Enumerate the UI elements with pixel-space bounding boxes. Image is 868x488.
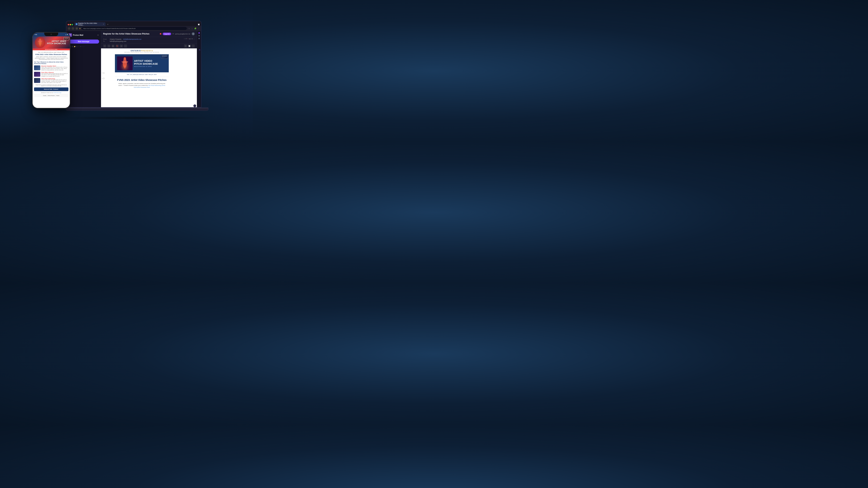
- maximize-control[interactable]: [71, 24, 73, 25]
- op-subtitle: ONTARIO PERFORMING ARTS PRESENTING NETWO…: [116, 52, 167, 53]
- ontario-badge: ONTARIO Presents: [64, 37, 69, 40]
- nav-refresh-btn[interactable]: ↺: [75, 27, 78, 30]
- email-to-row: To hello@sydneyyang.com: [103, 40, 142, 42]
- browser-controls-right: ☆ ↓ 🧩 ⋮: [188, 27, 199, 30]
- active-tab[interactable]: Register for the Artist Video Showc... ✕: [74, 22, 105, 26]
- email-meta-from-to: From Ontario Presents <info@ontarioprese…: [103, 38, 142, 42]
- nav-trash-icon[interactable]: 🗑: [72, 46, 73, 47]
- proton-header: P Proton Mail ⊞: [66, 32, 101, 38]
- nav-archive-icon[interactable]: 📁: [74, 46, 75, 47]
- more-actions-btn[interactable]: ⋯: [124, 44, 127, 47]
- new-message-button[interactable]: New message: [68, 39, 99, 43]
- op-logo: ONTARIOPRESENTS: [116, 50, 167, 52]
- phone-notch: [44, 33, 58, 36]
- download-icon[interactable]: ↓: [191, 27, 193, 30]
- phone-banner-text-area: ARTIST VIDEO PITCH SHOWCASE: [47, 40, 67, 45]
- url-bar[interactable]: https://us4.campaign-archive.com/?u=80aa…: [82, 27, 187, 30]
- gear-icon[interactable]: ⚙: [173, 33, 174, 35]
- panel-dot-1[interactable]: [198, 32, 200, 34]
- nav-back-btn[interactable]: ←: [68, 27, 70, 30]
- footer-ontario-logo: Ontario: [56, 95, 59, 96]
- op-banner: ONTARIO Presents Series ARTIST VIDEO PIT…: [115, 54, 169, 72]
- phone-reg-badge: REGISTRATION IS OPEN: [33, 48, 70, 50]
- upgrade-button[interactable]: Upgrade: [163, 33, 171, 35]
- phone-registration-note: Registration on Zoom is required for thi…: [34, 84, 68, 87]
- email-meta-top: From Ontario Presents <info@ontarioprese…: [103, 38, 195, 42]
- op-event-desc: Artists, agents, presenters, and arts wo…: [115, 83, 169, 90]
- nav-forward-btn[interactable]: →: [71, 27, 74, 30]
- from-email[interactable]: <info@ontariopresents.ca>: [123, 38, 142, 40]
- collapse-left[interactable]: + ◯: [102, 72, 104, 74]
- browser-window-controls-right: ⬜: [198, 24, 199, 25]
- signal-icons: ▲ ▮: [65, 34, 68, 35]
- phone-reason-desc-3: Connect with artists and agents after ea…: [41, 79, 68, 83]
- notification-dot: [160, 33, 161, 35]
- tab-close-btn[interactable]: ✕: [103, 24, 104, 25]
- alert-icon[interactable]: !: [188, 38, 188, 39]
- email-date-area: ☆ 🏷 ! Apr 10 ⌄: [184, 38, 195, 39]
- new-tab-btn[interactable]: +: [106, 23, 110, 26]
- filter-btn[interactable]: ⊡: [120, 44, 123, 47]
- phone-reason-text-2: Never Miss a Moment Each showcase will b…: [41, 72, 68, 77]
- nav-prev-icon[interactable]: ↑: [82, 46, 83, 47]
- series-badge-label: Series: [162, 58, 167, 58]
- bookmark-icon[interactable]: ☆: [188, 27, 190, 30]
- email-toolbar: ↩ ↪ 🗑 🚫 ⊡ ⋯ ⎙ ⬜ ↓: [101, 44, 197, 48]
- menu-icon[interactable]: ⋮: [197, 27, 199, 30]
- phone-event-desc: Artists, agents, presenters, and arts wo…: [34, 56, 68, 60]
- grid-icon[interactable]: ⊞: [97, 34, 99, 36]
- reply-btn[interactable]: ↩: [103, 44, 106, 47]
- nav-more-icon[interactable]: ⋯: [78, 46, 80, 47]
- user-avatar[interactable]: S: [192, 32, 195, 35]
- minimize-control[interactable]: [70, 24, 71, 25]
- forward-btn[interactable]: ↪: [107, 44, 111, 47]
- lock-icon: 🔒: [79, 28, 81, 29]
- op-event-title: FVNS 2023: Artist Video Showcase Pitches: [115, 77, 169, 83]
- window-controls: [68, 24, 73, 25]
- download-eml-btn[interactable]: ↓: [192, 44, 195, 47]
- laptop-device: Register for the Artist Video Showc... ✕…: [66, 21, 208, 118]
- phone-camera: [51, 34, 52, 35]
- star-icon[interactable]: ☆: [184, 38, 185, 39]
- extensions-icon[interactable]: 🧩: [194, 27, 196, 30]
- tag-icon[interactable]: 🏷: [186, 38, 187, 39]
- op-banner-subtitle: REGISTRATION IS OPEN: [134, 66, 158, 67]
- from-name: Ontario Presents: [110, 38, 122, 40]
- collapse-left-2[interactable]: + ◯: [102, 77, 104, 79]
- scroll-right-btn[interactable]: ›: [193, 104, 196, 107]
- phone-faq-link[interactable]: FVNS FAQ Page!: [53, 92, 61, 93]
- block-btn[interactable]: 🚫: [116, 44, 119, 47]
- panel-dot-3[interactable]: [198, 38, 200, 39]
- close-control[interactable]: [68, 24, 69, 25]
- phone-reason-text-1: Discover Canadian Talent Watch video sho…: [41, 65, 68, 71]
- phone-reason-text-3: After-Hours Networking Connect with arti…: [41, 78, 68, 83]
- browser-expand-icon[interactable]: ⬜: [198, 24, 199, 25]
- email-client: P Proton Mail ⊞ New message ← ↺: [66, 31, 201, 107]
- phone-register-button[interactable]: REGISTER TODAY: [34, 88, 68, 91]
- op-dancer-img: [117, 56, 133, 70]
- phone-reason-img-1: [34, 65, 40, 70]
- print-btn[interactable]: ⎙: [184, 44, 187, 47]
- footer-ontario-presents-logo: Ontario Presents: [48, 95, 55, 96]
- security-indicator: 🔒: [79, 28, 81, 29]
- laptop-base: [66, 107, 208, 111]
- expand-meta-icon[interactable]: ⌄: [193, 38, 195, 39]
- delete-btn[interactable]: 🗑: [112, 44, 115, 47]
- phone-device: 9:41 ▲ ▮: [32, 32, 70, 108]
- laptop-shadow: [62, 116, 212, 120]
- ontario-badge-subtext: Presents: [64, 39, 68, 39]
- panel-dot-2[interactable]: [198, 35, 200, 36]
- new-window-btn[interactable]: ⬜: [188, 44, 191, 47]
- user-info: sydney.yang@proton.me: [175, 33, 190, 35]
- email-top-right: Upgrade ⚙ sydney.yang@proton.me S: [160, 32, 195, 35]
- op-logo-ontario: ONTARIO: [130, 50, 141, 52]
- email-right-icon-panel: [197, 31, 201, 107]
- email-html-frame: ONTARIOPRESENTS ONTARIO PERFORMING ARTS …: [101, 48, 197, 107]
- phone-reason-title-3: After-Hours Networking: [41, 78, 68, 79]
- nav-next-icon[interactable]: ↓: [84, 46, 84, 47]
- nav-undo-icon[interactable]: ↩: [80, 46, 82, 47]
- nav-spam-icon[interactable]: ⚠: [76, 46, 78, 47]
- resize-handles-left: + ◯ + ◯: [102, 72, 104, 79]
- op-email-content: ONTARIOPRESENTS ONTARIO PERFORMING ARTS …: [115, 48, 169, 107]
- email-nav: ← ↺ 🗑 📁 ⚠ ⋯ ↩ ↑ ↓: [66, 44, 101, 48]
